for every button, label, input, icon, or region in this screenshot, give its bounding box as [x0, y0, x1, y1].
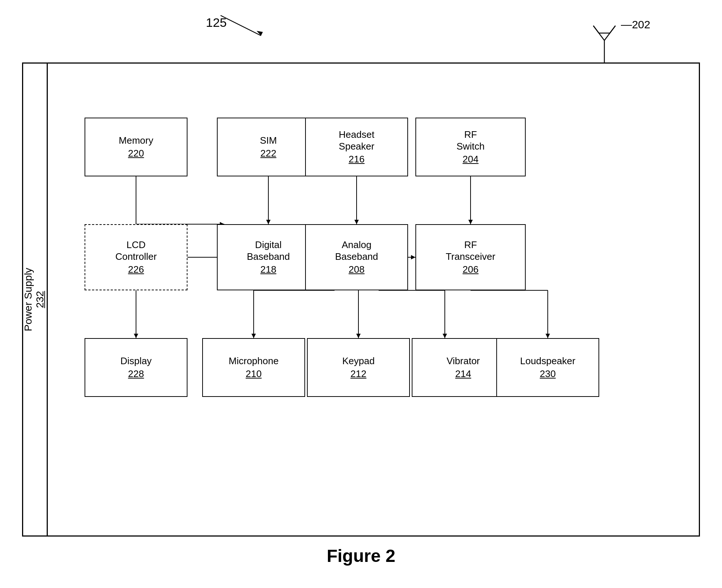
loudspeaker-box: Loudspeaker 230 — [496, 338, 599, 397]
rf-transceiver-box: RF Transceiver 206 — [415, 224, 526, 290]
headset-speaker-box: Headset Speaker 216 — [305, 118, 408, 176]
svg-marker-27 — [251, 334, 256, 338]
svg-marker-12 — [266, 220, 271, 224]
antenna-container — [590, 11, 619, 68]
svg-line-0 — [221, 15, 261, 36]
lcd-controller-box: LCD Controller 226 — [85, 224, 187, 290]
memory-box: Memory 220 — [85, 118, 187, 176]
analog-baseband-box: Analog Baseband 208 — [305, 224, 408, 290]
svg-marker-29 — [356, 334, 361, 338]
keypad-box: Keypad 212 — [307, 338, 410, 397]
svg-marker-35 — [546, 334, 550, 338]
svg-marker-14 — [354, 220, 359, 224]
svg-marker-32 — [443, 334, 447, 338]
svg-marker-16 — [468, 220, 473, 224]
ref-202-label: —202 — [621, 18, 650, 31]
diagram-area: Memory 220 SIM 222 Headset Speaker 216 R… — [48, 62, 700, 537]
display-box: Display 228 — [85, 338, 187, 397]
antenna-svg — [590, 11, 619, 66]
figure-label: Figure 2 — [327, 546, 396, 566]
power-supply-label: Power Supply 232 — [22, 62, 48, 537]
sim-box: SIM 222 — [217, 118, 320, 176]
microphone-box: Microphone 210 — [202, 338, 305, 397]
page-container: 125 —202 Power Supply 232 — [0, 0, 722, 588]
digital-baseband-box: Digital Baseband 218 — [217, 224, 320, 290]
svg-line-5 — [593, 26, 599, 33]
svg-marker-24 — [134, 334, 138, 338]
svg-marker-22 — [411, 255, 415, 259]
ref-125-label: 125 — [206, 15, 227, 30]
rf-switch-box: RF Switch 204 — [415, 118, 526, 176]
svg-line-6 — [610, 26, 615, 33]
arrow-125 — [217, 12, 276, 41]
